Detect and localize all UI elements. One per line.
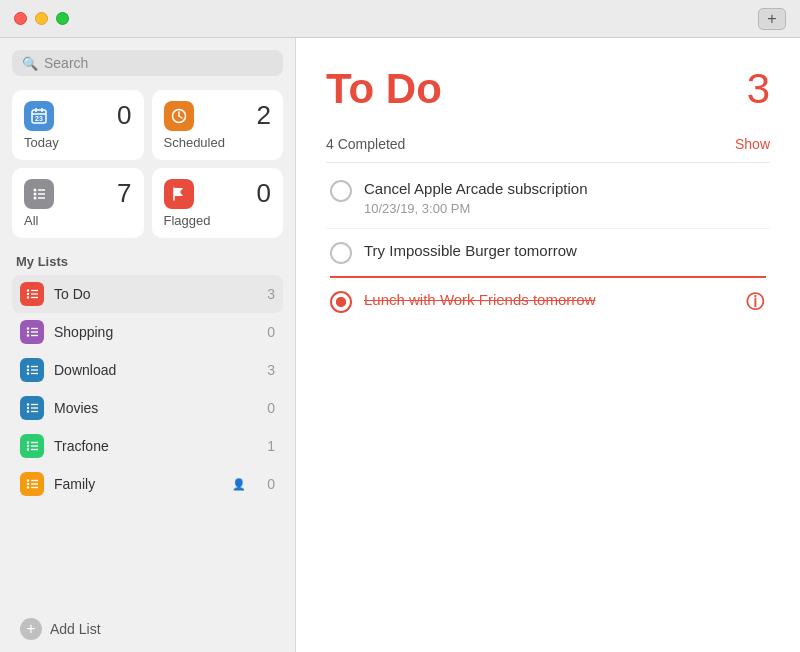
- main-count: 3: [747, 68, 770, 110]
- svg-point-14: [27, 289, 29, 291]
- task-title-task2: Try Impossible Burger tomorrow: [364, 241, 766, 261]
- list-name-movies: Movies: [54, 400, 249, 416]
- main-content: To Do 3 4 Completed Show Cancel Apple Ar…: [296, 38, 800, 652]
- show-button[interactable]: Show: [735, 136, 770, 152]
- title-bar: +: [0, 0, 800, 38]
- task-item-task3: Lunch with Work Friends tomorrowⓘ: [326, 278, 770, 325]
- today-count: 0: [117, 100, 131, 131]
- task-checkbox-task1[interactable]: [330, 180, 352, 202]
- task-subtitle-task1: 10/23/19, 3:00 PM: [364, 201, 766, 216]
- flagged-icon: [164, 179, 194, 209]
- share-icon-family: 👤: [229, 474, 249, 494]
- scheduled-icon: [164, 101, 194, 131]
- all-count: 7: [117, 178, 131, 209]
- svg-point-24: [27, 334, 29, 336]
- minimize-button[interactable]: [35, 12, 48, 25]
- flagged-label: Flagged: [164, 213, 272, 228]
- task-body-task1: Cancel Apple Arcade subscription10/23/19…: [364, 179, 766, 216]
- task-info-button-task3[interactable]: ⓘ: [744, 291, 766, 313]
- sidebar-item-family[interactable]: Family👤0: [12, 465, 283, 503]
- list-count-shopping: 0: [259, 324, 275, 340]
- list-count-tracfone: 1: [259, 438, 275, 454]
- list-icon-shopping: [20, 320, 44, 344]
- task-item-task1: Cancel Apple Arcade subscription10/23/19…: [326, 167, 770, 228]
- svg-point-32: [27, 403, 29, 405]
- smart-group-today[interactable]: 23 0 Today: [12, 90, 144, 160]
- list-icon-movies: [20, 396, 44, 420]
- maximize-button[interactable]: [56, 12, 69, 25]
- scheduled-label: Scheduled: [164, 135, 272, 150]
- list-icon-family: [20, 472, 44, 496]
- list-icon-todo: [20, 282, 44, 306]
- add-list-button[interactable]: + Add List: [12, 606, 283, 652]
- task-body-task3: Lunch with Work Friends tomorrow: [364, 290, 732, 310]
- task-checkbox-task3[interactable]: [330, 291, 352, 313]
- scheduled-count: 2: [257, 100, 271, 131]
- smart-group-flagged[interactable]: 0 Flagged: [152, 168, 284, 238]
- svg-point-36: [27, 410, 29, 412]
- list-icon-download: [20, 358, 44, 382]
- svg-point-20: [27, 327, 29, 329]
- app-body: 🔍 Search 23 0: [0, 38, 800, 652]
- svg-point-18: [27, 296, 29, 298]
- svg-point-10: [34, 192, 37, 195]
- task-item-task2: Try Impossible Burger tomorrow: [326, 228, 770, 276]
- task-list: Cancel Apple Arcade subscription10/23/19…: [326, 167, 770, 632]
- sidebar-item-download[interactable]: Download3: [12, 351, 283, 389]
- completed-label: 4 Completed: [326, 136, 405, 152]
- list-name-todo: To Do: [54, 286, 249, 302]
- smart-group-all[interactable]: 7 All: [12, 168, 144, 238]
- list-count-todo: 3: [259, 286, 275, 302]
- svg-point-28: [27, 369, 29, 371]
- add-list-label: Add List: [50, 621, 101, 637]
- completed-bar: 4 Completed Show: [326, 126, 770, 163]
- svg-point-44: [27, 479, 29, 481]
- task-title-task1: Cancel Apple Arcade subscription: [364, 179, 766, 199]
- smart-groups: 23 0 Today 2: [12, 90, 283, 238]
- today-icon: 23: [24, 101, 54, 131]
- svg-point-16: [27, 293, 29, 295]
- svg-point-8: [34, 188, 37, 191]
- svg-point-48: [27, 486, 29, 488]
- task-title-task3: Lunch with Work Friends tomorrow: [364, 290, 732, 310]
- list-name-tracfone: Tracfone: [54, 438, 249, 454]
- svg-point-38: [27, 441, 29, 443]
- flagged-count: 0: [257, 178, 271, 209]
- lists-container: To Do3 Shopping0 Download3 Movies0 Tracf…: [12, 275, 283, 606]
- add-list-icon: +: [20, 618, 42, 640]
- search-placeholder: Search: [44, 55, 88, 71]
- search-icon: 🔍: [22, 56, 38, 71]
- my-lists-header: My Lists: [12, 254, 283, 275]
- sidebar-item-tracfone[interactable]: Tracfone1: [12, 427, 283, 465]
- list-count-family: 0: [259, 476, 275, 492]
- sidebar-item-shopping[interactable]: Shopping0: [12, 313, 283, 351]
- task-checkbox-task2[interactable]: [330, 242, 352, 264]
- svg-point-22: [27, 331, 29, 333]
- svg-point-30: [27, 372, 29, 374]
- search-bar[interactable]: 🔍 Search: [12, 50, 283, 76]
- close-button[interactable]: [14, 12, 27, 25]
- all-label: All: [24, 213, 132, 228]
- list-name-family: Family: [54, 476, 219, 492]
- all-icon: [24, 179, 54, 209]
- sidebar-item-movies[interactable]: Movies0: [12, 389, 283, 427]
- today-label: Today: [24, 135, 132, 150]
- smart-group-scheduled[interactable]: 2 Scheduled: [152, 90, 284, 160]
- add-button[interactable]: +: [758, 8, 786, 30]
- svg-point-40: [27, 445, 29, 447]
- svg-point-46: [27, 483, 29, 485]
- list-name-shopping: Shopping: [54, 324, 249, 340]
- svg-text:23: 23: [35, 115, 43, 122]
- task-body-task2: Try Impossible Burger tomorrow: [364, 241, 766, 261]
- svg-point-26: [27, 365, 29, 367]
- sidebar: 🔍 Search 23 0: [0, 38, 296, 652]
- sidebar-item-todo[interactable]: To Do3: [12, 275, 283, 313]
- main-title: To Do: [326, 68, 442, 110]
- list-count-movies: 0: [259, 400, 275, 416]
- svg-point-42: [27, 448, 29, 450]
- traffic-lights: [14, 12, 69, 25]
- svg-point-34: [27, 407, 29, 409]
- list-name-download: Download: [54, 362, 249, 378]
- svg-point-12: [34, 196, 37, 199]
- main-header: To Do 3: [326, 68, 770, 110]
